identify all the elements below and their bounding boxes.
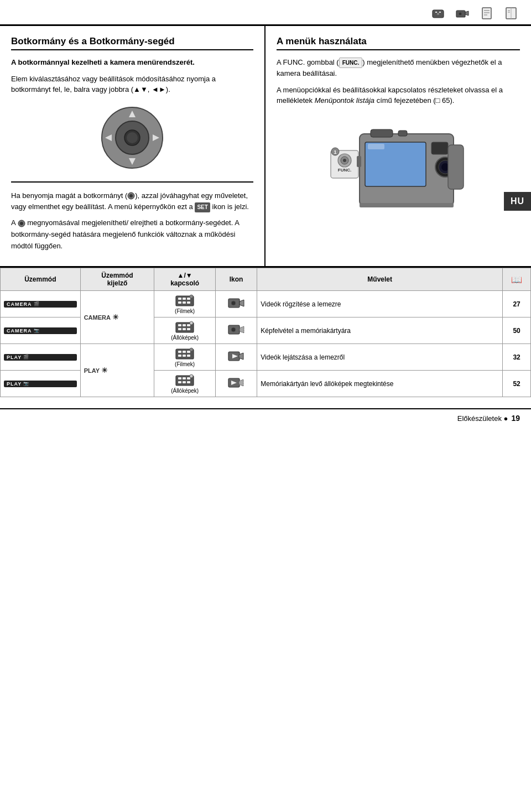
mode-label-camera: CAMERA ☀: [80, 291, 154, 344]
svg-text:1: 1: [334, 149, 336, 155]
mode-label-play: PLAY ☀: [80, 344, 154, 397]
svg-rect-74: [187, 355, 190, 357]
connector-filmek-1: (Filmek): [154, 291, 216, 317]
table-row: CAMERA 📷: [1, 317, 531, 344]
page-27: 27: [503, 291, 531, 317]
svg-rect-59: [183, 324, 186, 326]
header-mode-display: Üzemmódkijelző: [80, 268, 154, 291]
svg-rect-69: [178, 351, 181, 353]
set-badge: SET: [195, 202, 210, 212]
svg-point-64: [190, 321, 193, 325]
joystick-illustration: [11, 102, 253, 174]
action-video-rec: Videók rögzítése a lemezre: [257, 291, 503, 317]
svg-rect-58: [178, 324, 181, 326]
svg-rect-72: [178, 355, 181, 357]
right-para-1: A FUNC. gombbal (FUNC.) megjeleníthető m…: [277, 57, 520, 79]
left-title: Botkormány és a Botkormány-segéd: [11, 36, 253, 50]
svg-point-75: [190, 348, 193, 351]
main-table: Üzemmód Üzemmódkijelző ▲/▼kapcsoló Ikon …: [0, 268, 531, 397]
mode-cell-camera-photo: CAMERA 📷: [1, 317, 81, 344]
svg-rect-51: [183, 301, 186, 304]
header-action: Művelet: [257, 268, 503, 291]
svg-rect-29: [368, 144, 384, 149]
right-para-2: A menüopciókkal és beállításokkal kapcso…: [277, 85, 520, 106]
main-content: Botkormány és a Botkormány-segéd A botko…: [0, 26, 531, 266]
book-tab-icon: [502, 4, 520, 22]
camcorder-icon: [454, 4, 471, 22]
func-badge: FUNC.: [339, 58, 363, 68]
svg-rect-36: [448, 145, 464, 189]
right-column: A menük használata A FUNC. gombbal (FUNC…: [266, 26, 531, 266]
svg-point-40: [343, 159, 346, 162]
header-connector: ▲/▼kapcsoló: [154, 268, 216, 291]
svg-marker-5: [465, 11, 468, 15]
svg-point-24: [129, 194, 133, 197]
icon-photo-take: [215, 317, 257, 344]
svg-rect-45: [360, 203, 454, 207]
table-section: Üzemmód Üzemmódkijelző ▲/▼kapcsoló Ikon …: [0, 266, 531, 397]
svg-rect-82: [187, 377, 190, 379]
mode-cell-camera-film: CAMERA 🎬: [1, 291, 81, 317]
svg-rect-50: [178, 301, 181, 304]
mode-cell-play-film: PLAY 🎬: [1, 344, 81, 371]
connector-alloképek-2: (Állóképek): [154, 371, 216, 397]
footer: Előkészületek ● 19: [0, 408, 531, 427]
svg-rect-2: [439, 12, 441, 13]
svg-point-67: [231, 327, 236, 332]
section-divider: [11, 181, 253, 183]
icon-photo-view: [215, 371, 257, 397]
svg-point-26: [20, 222, 23, 225]
svg-rect-48: [183, 298, 186, 300]
top-icon-bar: [0, 0, 531, 26]
svg-rect-34: [371, 129, 393, 137]
svg-text:FUNC.: FUNC.: [338, 168, 351, 173]
bottom-para-2: A megnyomásával megjelenítheti/ elrejthe…: [11, 217, 253, 252]
svg-rect-81: [183, 377, 186, 379]
controller-icon: [429, 4, 447, 22]
header-book: 📖: [503, 268, 531, 291]
svg-rect-44: [357, 156, 361, 167]
svg-rect-7: [482, 8, 491, 19]
svg-rect-71: [187, 351, 190, 353]
table-row: CAMERA 🎬 CAMERA ☀: [1, 291, 531, 317]
svg-rect-62: [183, 328, 186, 330]
connector-filmek-2: (Filmek): [154, 344, 216, 371]
document-icon: [478, 4, 496, 22]
svg-rect-84: [183, 381, 186, 383]
bottom-para-1: Ha benyomja magát a botkormányt (), azza…: [11, 190, 253, 214]
intro-bold: A botkormánnyal kezelheti a kamera menür…: [11, 57, 253, 68]
footer-page: 19: [511, 414, 520, 423]
action-photo-view: Memóriakártyán levő állóképek megtekinté…: [257, 371, 503, 397]
svg-rect-83: [178, 381, 181, 383]
svg-marker-66: [240, 326, 244, 333]
page-50: 50: [503, 317, 531, 344]
svg-rect-70: [183, 351, 186, 353]
intro-sub: Elem kiválasztásához vagy beállítások mó…: [11, 74, 253, 95]
svg-rect-30: [431, 142, 448, 154]
svg-rect-52: [187, 301, 190, 304]
footer-text: Előkészületek ●: [457, 414, 508, 423]
hu-badge: HU: [504, 192, 531, 211]
connector-alloképek-1: (Állóképek): [154, 317, 216, 344]
right-title: A menük használata: [277, 36, 520, 50]
svg-point-86: [190, 374, 193, 378]
svg-rect-80: [178, 377, 181, 379]
svg-rect-63: [187, 328, 190, 330]
svg-point-6: [459, 12, 462, 15]
icon-video-rec: [215, 291, 257, 317]
icon-video-play: [215, 344, 257, 371]
svg-point-18: [127, 132, 138, 143]
svg-point-3: [437, 13, 440, 15]
left-column: Botkormány és a Botkormány-segéd A botko…: [0, 26, 266, 266]
header-icon: Ikon: [215, 268, 257, 291]
action-photo-take: Képfelvétel a memóriakártyára: [257, 317, 503, 344]
camera-illustration: 1 FUNC.: [277, 112, 520, 222]
table-row: PLAY 📷: [1, 371, 531, 397]
svg-rect-49: [187, 298, 190, 300]
page-52: 52: [503, 371, 531, 397]
svg-point-56: [231, 301, 236, 305]
header-mode: Üzemmód: [1, 268, 81, 291]
svg-rect-85: [187, 381, 190, 383]
svg-rect-60: [187, 324, 190, 326]
svg-rect-61: [178, 328, 181, 330]
